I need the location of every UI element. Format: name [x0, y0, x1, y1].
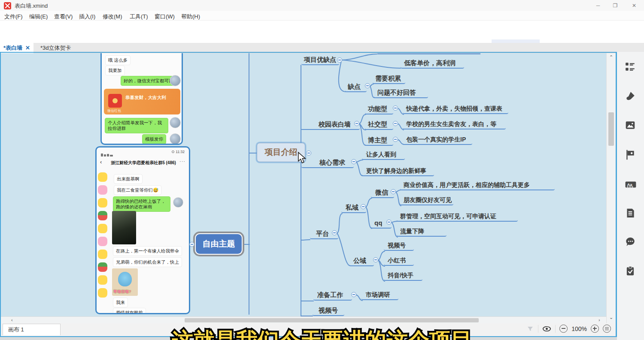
collapse-icon[interactable]: [393, 137, 398, 142]
mindmap-node[interactable]: 市场调研: [361, 291, 398, 300]
menu-file[interactable]: 文件(F): [2, 12, 25, 21]
mindmap-node[interactable]: 包装一个真实的学生IP: [403, 135, 472, 145]
mindmap-node[interactable]: 更快了解身边的新鲜事: [362, 167, 434, 176]
marker-button[interactable]: [625, 149, 636, 162]
mindmap-node[interactable]: 抖音/快手: [384, 271, 422, 281]
zoom-in-button[interactable]: [591, 325, 599, 333]
maximize-button[interactable]: ❐: [609, 2, 622, 9]
mindmap-node[interactable]: 功能型: [365, 105, 393, 114]
collapse-icon[interactable]: [306, 150, 311, 156]
mindmap-node[interactable]: 博主型: [365, 136, 393, 146]
collapse-icon[interactable]: [373, 257, 378, 262]
menu-bar: 文件(F) 编辑(E) 查看(V) 插入(I) 修改(M) 工具(T) 窗口(W…: [0, 11, 644, 21]
collapse-icon[interactable]: [365, 83, 370, 88]
mindmap-node[interactable]: 校园表白墙: [301, 120, 360, 130]
status-divider: [538, 325, 538, 333]
menu-view[interactable]: 查看(V): [52, 12, 75, 21]
back-chevron-icon[interactable]: ‹: [100, 159, 102, 165]
menu-tools[interactable]: 工具(T): [127, 12, 151, 21]
minimize-button[interactable]: ─: [592, 2, 605, 9]
close-button[interactable]: ✕: [628, 2, 641, 9]
mindmap-node[interactable]: 问题不好回答: [374, 88, 428, 98]
menu-modify[interactable]: 修改(M): [100, 12, 125, 21]
collapse-icon[interactable]: [332, 230, 337, 235]
clipboard-check-icon: [625, 265, 636, 277]
sheet-tab-canvas1[interactable]: 画布 1: [3, 324, 61, 335]
format-panel-button[interactable]: [625, 61, 636, 74]
status-divider: [555, 325, 556, 333]
mindmap-node[interactable]: 视频号: [313, 306, 344, 316]
collapse-icon[interactable]: [391, 189, 396, 194]
mindmap-node[interactable]: 视频号: [384, 241, 414, 251]
avatar: [170, 75, 181, 86]
collapse-icon[interactable]: [361, 204, 366, 209]
collapse-icon[interactable]: [351, 292, 356, 297]
mindmap-node[interactable]: 社交型: [365, 120, 393, 130]
scroll-up-icon[interactable]: ⌃: [609, 54, 613, 60]
tab-label: *表白墙: [3, 45, 22, 51]
menu-insert[interactable]: 插入(I): [76, 12, 98, 21]
mindmap-node[interactable]: 快递代拿，外卖，失物招领，查课表: [403, 105, 508, 114]
mindmap-node[interactable]: 微信: [371, 188, 394, 198]
svg-text:Aa: Aa: [627, 182, 632, 187]
zoom-out-button[interactable]: [559, 325, 568, 333]
mindmap-node[interactable]: 让多人看到: [362, 150, 405, 160]
notes-button[interactable]: [625, 208, 636, 220]
mindmap-node[interactable]: 学校的男生女生卖舍友，表白，等: [403, 120, 506, 129]
collapse-icon[interactable]: [386, 220, 392, 225]
collapse-icon[interactable]: [351, 159, 356, 164]
status-controls: 100%: [526, 325, 611, 333]
central-topic[interactable]: 自由主题: [196, 234, 242, 254]
mindmap-canvas[interactable]: 哦 这么多 我要加 好的，微信支付宝都可以 恭喜发财，大吉大利 微信红包 个人介…: [0, 53, 606, 316]
mindmap-node[interactable]: 准备工作: [313, 291, 352, 301]
sticker-icon: [98, 211, 107, 220]
mindmap-node[interactable]: 低客单价，高利润: [401, 59, 464, 69]
scroll-left-icon[interactable]: ‹: [11, 317, 13, 322]
mindmap-node[interactable]: 群管理，空间互动可见，可申请认证: [397, 212, 518, 222]
phone-status-icons: [101, 150, 114, 158]
vertical-scroll-thumb[interactable]: [608, 112, 614, 146]
filter-icon[interactable]: [526, 325, 534, 333]
phone-status-time: 11:32: [172, 150, 185, 154]
mindmap-node[interactable]: 核心需求: [301, 158, 354, 168]
comments-button[interactable]: [625, 237, 636, 250]
clock-icon: [172, 150, 174, 153]
vertical-scrollbar[interactable]: ⌃ ⌄: [606, 53, 616, 323]
tab-label: *3d立体贺卡: [40, 45, 71, 51]
scroll-down-icon[interactable]: ⌄: [609, 315, 613, 320]
mindmap-node[interactable]: 公域: [349, 256, 374, 266]
collapse-icon[interactable]: [354, 121, 359, 126]
mindmap-node[interactable]: 项目优缺点: [301, 55, 339, 65]
zoom-menu-button[interactable]: [603, 325, 611, 333]
group-chat-title: 浙江财经大学恋爱相亲社群5 (486): [107, 160, 180, 166]
title-bar: 表白墙.xmind ─ ❐ ✕: [0, 0, 644, 11]
mindmap-node[interactable]: 小红书: [384, 256, 414, 266]
mindmap-node[interactable]: 缺点: [345, 82, 367, 92]
label-button[interactable]: Aa: [625, 179, 637, 192]
insert-image-button[interactable]: [625, 120, 636, 132]
zoom-level: 100%: [571, 325, 587, 332]
eye-icon[interactable]: [542, 325, 551, 333]
mindmap-node[interactable]: 朋友圈仅好友可见: [400, 196, 453, 205]
horizontal-scrollbar[interactable]: ‹ ›: [0, 316, 606, 323]
collapse-icon[interactable]: [337, 57, 342, 63]
image-icon: [625, 120, 636, 131]
chat-more-icon[interactable]: ···: [179, 159, 185, 164]
menu-window[interactable]: 窗口(W): [152, 12, 177, 21]
tab-close-icon[interactable]: ✕: [25, 45, 30, 51]
mindmap-node[interactable]: 商业价值高，用户更活跃，相应的辅助工具更多: [400, 181, 555, 190]
collapse-icon[interactable]: [189, 242, 194, 247]
mindmap-node[interactable]: 流量下降: [397, 227, 447, 237]
chat-bubble: 模板发你: [142, 134, 166, 144]
collapse-icon[interactable]: [393, 121, 398, 126]
menu-edit[interactable]: 编辑(E): [27, 12, 50, 21]
collapse-icon[interactable]: [393, 105, 398, 111]
tasks-button[interactable]: [625, 265, 636, 278]
menu-help[interactable]: 帮助(H): [179, 12, 203, 21]
xmind-logo-icon: [4, 2, 11, 9]
horizontal-scroll-thumb[interactable]: [185, 318, 479, 322]
mindmap-node[interactable]: 需要积累: [373, 74, 405, 84]
style-brush-button[interactable]: [625, 90, 636, 103]
scroll-right-icon[interactable]: ›: [598, 317, 600, 322]
sticker-icon: [98, 262, 107, 272]
